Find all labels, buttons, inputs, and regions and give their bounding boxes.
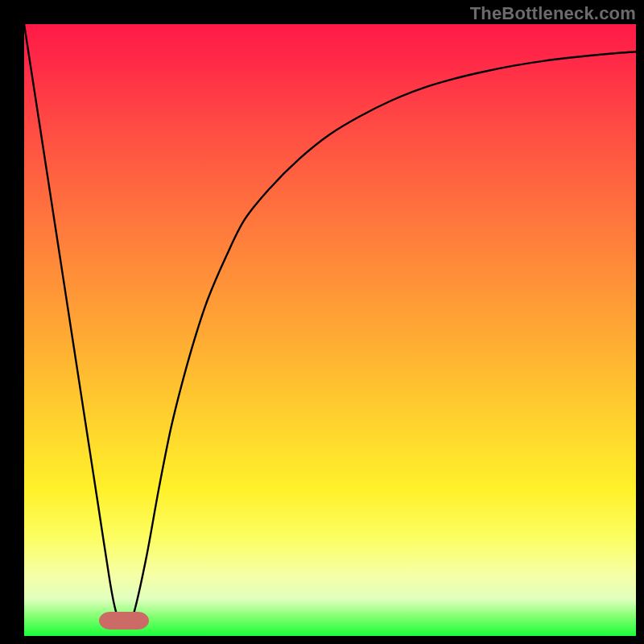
watermark-text: TheBottleneck.com	[470, 3, 636, 24]
minimum-marker	[99, 612, 149, 630]
curve-path	[24, 24, 636, 625]
chart-frame: TheBottleneck.com	[0, 0, 644, 644]
plot-area	[24, 24, 636, 636]
curve-svg	[24, 24, 636, 636]
